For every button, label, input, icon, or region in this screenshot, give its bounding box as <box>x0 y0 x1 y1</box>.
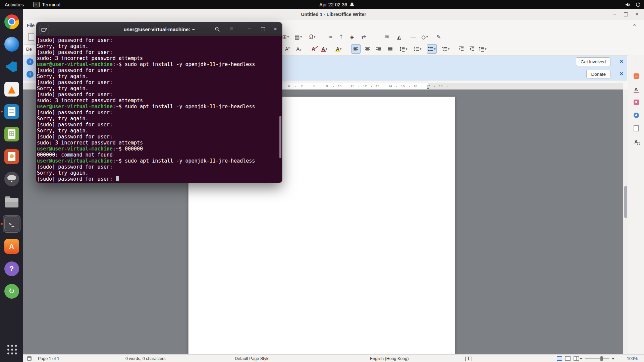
libreoffice-calc-icon[interactable] <box>0 125 23 143</box>
terminal-line: [sudo] password for user: <box>37 49 282 55</box>
show-applications-icon[interactable] <box>0 341 23 358</box>
ruler-tick <box>283 86 283 87</box>
window-title: Untitled 1 - LibreOffice Writer <box>23 9 644 20</box>
terminal-scrollbar-thumb[interactable] <box>279 116 281 158</box>
zoom-in-button[interactable]: + <box>612 355 614 362</box>
terminal-line: Sorry, try again. <box>37 170 282 176</box>
software-updater-icon[interactable]: ↻ <box>0 283 23 300</box>
document-scrollbar[interactable] <box>623 89 628 354</box>
superscript-icon[interactable]: A² <box>283 44 292 54</box>
app-menu-terminal[interactable]: >_ Terminal <box>29 0 65 9</box>
chevron-down-icon: ▾ <box>448 47 450 51</box>
save-status-icon[interactable] <box>27 356 32 361</box>
gimp-icon[interactable] <box>0 170 23 188</box>
align-right-icon[interactable] <box>374 44 383 54</box>
new-doc-glyph <box>28 33 34 41</box>
writer-titlebar[interactable]: Untitled 1 - LibreOffice Writer − × <box>23 9 644 20</box>
show-draw-functions-icon[interactable]: ✎ <box>434 32 443 42</box>
word-count[interactable]: 0 words, 0 characters <box>125 355 166 362</box>
align-left-icon[interactable] <box>351 44 361 54</box>
bullet-list-icon[interactable]: ▾ <box>413 44 422 54</box>
track-changes-icon[interactable]: ◭ <box>394 32 404 42</box>
donate-button[interactable]: Donate <box>586 70 610 78</box>
ruler-number: 10 <box>338 84 341 88</box>
outline-list-icon[interactable]: ▾ <box>441 44 450 54</box>
clear-formatting-icon[interactable]: A <box>309 44 318 54</box>
notification-bell-icon <box>350 2 355 7</box>
close-button[interactable]: × <box>633 10 641 18</box>
files-icon[interactable] <box>0 193 23 210</box>
multi-page-view-icon[interactable] <box>565 356 571 361</box>
font-color-icon[interactable]: A▾ <box>320 44 329 54</box>
terminal-output[interactable]: [sudo] password for user: Sorry, try aga… <box>36 36 282 183</box>
chrome-icon[interactable] <box>0 13 23 31</box>
zoom-slider[interactable] <box>585 358 609 359</box>
page-count[interactable]: Page 1 of 1 <box>38 355 59 362</box>
zoom-out-button[interactable]: − <box>580 355 583 362</box>
terminal-titlebar[interactable]: user@user-virtual-machine: ~ ≡ − × <box>36 22 282 36</box>
new-document-icon[interactable] <box>26 32 36 42</box>
vlc-icon[interactable] <box>0 80 23 98</box>
terminal-maximize-button[interactable] <box>259 25 267 34</box>
help-icon[interactable]: ? <box>0 260 23 278</box>
maximize-button[interactable] <box>622 10 630 18</box>
text-boundary-corner <box>424 120 428 124</box>
justify-icon[interactable] <box>385 44 395 54</box>
insert-hyperlink-icon[interactable]: ∞ <box>326 32 335 42</box>
insert-footnote-icon[interactable]: † <box>336 32 346 42</box>
insert-bookmark-icon[interactable]: ◈ <box>347 32 357 42</box>
book-view-icon[interactable] <box>574 356 579 361</box>
system-status-area[interactable] <box>625 0 641 9</box>
increase-indent-icon[interactable] <box>457 44 466 54</box>
insert-cross-reference-icon[interactable]: ⇄ <box>359 32 368 42</box>
sidebar-page-icon[interactable] <box>631 123 642 134</box>
minimize-button[interactable]: − <box>611 10 619 18</box>
decrease-indent-icon[interactable] <box>467 44 477 54</box>
single-page-view-icon[interactable] <box>557 356 562 361</box>
insert-image-icon[interactable]: ▤▾ <box>293 32 303 42</box>
terminal-logo: >_ <box>4 217 19 231</box>
menu-button[interactable]: ≡ <box>227 25 236 34</box>
ruler-number: 17 <box>426 84 430 88</box>
terminal-icon[interactable]: >_ <box>0 215 23 233</box>
infobar-close-icon[interactable]: × <box>620 70 623 77</box>
ubuntu-software-icon[interactable]: A <box>0 238 23 255</box>
sidebar-style-inspector-icon[interactable]: A <box>631 136 642 147</box>
numbered-list-icon[interactable]: ▾ <box>427 44 437 54</box>
page-style[interactable]: Default Page Style <box>235 355 270 362</box>
infobar-close-icon[interactable]: × <box>620 58 623 65</box>
line-spacing-icon[interactable]: ▾ <box>399 44 408 54</box>
insert-comment-icon[interactable]: ✉ <box>382 32 391 42</box>
sidebar-navigator-icon[interactable] <box>631 110 642 121</box>
basic-shapes-icon[interactable]: ◇▾ <box>420 32 429 42</box>
activities-button[interactable]: Activities <box>0 0 29 9</box>
vscode-icon[interactable] <box>0 58 23 75</box>
clock[interactable]: Apr 22 02:36 <box>319 0 355 9</box>
libreoffice-impress-icon[interactable] <box>0 148 23 165</box>
sidebar-styles-icon[interactable]: A <box>631 84 642 95</box>
web-browser-icon[interactable] <box>0 36 23 53</box>
highlight-color-icon[interactable]: A▾ <box>334 44 343 54</box>
subscript-icon[interactable]: A₂ <box>294 44 304 54</box>
get-involved-button[interactable]: Get involved <box>576 57 610 66</box>
terminal-minimize-button[interactable]: − <box>245 25 254 34</box>
align-center-icon[interactable] <box>363 44 372 54</box>
sidebar-gallery-icon[interactable] <box>631 97 642 108</box>
insert-special-character-icon[interactable]: Ω▾ <box>308 32 317 42</box>
close-document-icon[interactable]: × <box>633 22 636 27</box>
terminal-close-button[interactable]: × <box>271 25 280 34</box>
search-button[interactable] <box>213 25 222 34</box>
libreoffice-writer-icon[interactable] <box>0 103 23 120</box>
gimp-logo <box>4 172 19 186</box>
zoom-slider-thumb[interactable] <box>600 356 603 361</box>
horizontal-line-icon[interactable]: — <box>409 32 418 42</box>
text-language[interactable]: English (Hong Kong) <box>370 355 409 362</box>
insert-table-icon[interactable]: ⊞▾ <box>281 32 290 42</box>
zoom-level[interactable]: 100% <box>627 355 638 362</box>
vlc-logo <box>4 82 19 97</box>
sidebar-properties-icon[interactable] <box>631 71 642 81</box>
selection-mode-icon[interactable] <box>465 357 472 361</box>
paragraph-spacing-icon[interactable]: ▾ <box>478 44 487 54</box>
sidebar-settings-icon[interactable]: ≡ <box>631 58 642 68</box>
scrollbar-thumb[interactable] <box>624 186 627 218</box>
